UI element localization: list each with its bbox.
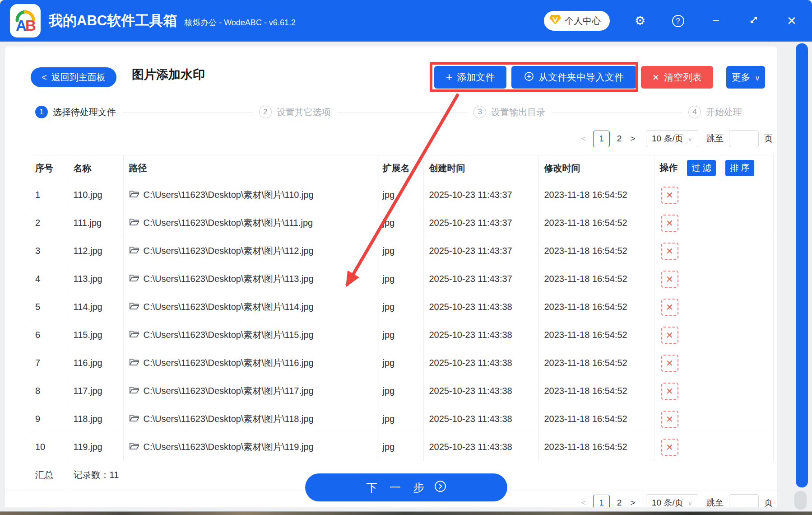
col-action: 操作 过滤 排序 [654, 155, 773, 181]
chevron-down-icon: ∨ [755, 74, 760, 82]
folder-icon [129, 274, 139, 285]
import-from-folder-button[interactable]: 从文件夹中导入文件 [511, 66, 636, 89]
col-modified: 修改时间 [538, 155, 654, 181]
page-2-button[interactable]: 2 [612, 495, 626, 508]
delete-row-button[interactable]: ✕ [661, 187, 678, 204]
folder-icon [129, 302, 139, 313]
table-row: 6 115.jpg C:\Users\11623\Desktop\素材\图片\1… [30, 321, 773, 349]
filter-button[interactable]: 过滤 [687, 160, 716, 176]
plus-icon: + [446, 70, 453, 84]
minimize-button[interactable]: − [708, 14, 724, 28]
step-connector [337, 112, 468, 112]
step-1-select-files: 1 选择待处理文件 [35, 106, 116, 118]
col-ext: 扩展名 [377, 155, 423, 181]
folder-icon [129, 442, 139, 453]
prev-page-button[interactable]: < [577, 134, 590, 144]
page-1-button[interactable]: 1 [593, 131, 610, 147]
folder-icon [129, 386, 139, 397]
user-center-label: 个人中心 [565, 15, 601, 27]
delete-row-button[interactable]: ✕ [661, 411, 678, 428]
folder-icon [129, 190, 139, 201]
add-files-button[interactable]: + 添加文件 [434, 66, 506, 89]
folder-icon [129, 358, 139, 369]
page-suffix-label: 页 [764, 133, 773, 145]
jump-to-label: 跳至 [706, 497, 724, 507]
step-3-output-dir: 3 设置输出目录 [473, 106, 545, 118]
step-4-start: 4 开始处理 [688, 106, 742, 118]
next-step-button[interactable]: 下 一 步 [305, 473, 507, 501]
circled-plus-icon [524, 71, 534, 84]
add-files-label: 添加文件 [457, 71, 495, 84]
delete-row-button[interactable]: ✕ [661, 243, 678, 260]
delete-row-button[interactable]: ✕ [661, 271, 678, 288]
pagination-bottom: < 1 2 > 10 条/页 ∨ 跳至 页 [577, 494, 773, 507]
import-label: 从文件夹中导入文件 [538, 71, 624, 84]
delete-row-button[interactable]: ✕ [661, 327, 678, 344]
prev-page-button[interactable]: < [577, 498, 590, 507]
table-row: 8 117.jpg C:\Users\11623\Desktop\素材\图片\1… [30, 377, 773, 405]
page-2-button[interactable]: 2 [612, 131, 626, 147]
close-button[interactable]: ✕ [784, 14, 799, 28]
page-size-select[interactable]: 10 条/页 ∨ [646, 130, 698, 147]
chevron-down-icon: ∨ [688, 500, 692, 507]
delete-row-button[interactable]: ✕ [661, 439, 678, 456]
step-connector [552, 112, 682, 112]
app-window: A B 我的ABC软件工具箱 核烁办公 - WodeABC - v6.61.2 … [0, 0, 812, 515]
page-suffix-label: 页 [764, 497, 773, 507]
app-title: 我的ABC软件工具箱 [49, 11, 177, 30]
title-bar: A B 我的ABC软件工具箱 核烁办公 - WodeABC - v6.61.2 … [0, 0, 812, 42]
table-row: 5 114.jpg C:\Users\11623\Desktop\素材\图片\1… [30, 293, 773, 321]
folder-icon [129, 414, 139, 425]
col-path: 路径 [123, 155, 377, 181]
settings-gear-icon[interactable]: ⚙ [632, 14, 648, 28]
vertical-scrollbar-thumb[interactable] [796, 43, 808, 487]
clear-label: 清空列表 [664, 71, 702, 84]
table-row: 7 116.jpg C:\Users\11623\Desktop\素材\图片\1… [30, 349, 773, 377]
delete-row-button[interactable]: ✕ [661, 215, 678, 232]
step-connector [122, 112, 253, 112]
back-to-main-button[interactable]: < 返回到主面板 [31, 67, 116, 87]
page-title: 图片添加水印 [132, 66, 205, 83]
jump-to-label: 跳至 [706, 133, 724, 145]
table-row: 9 118.jpg C:\Users\11623\Desktop\素材\图片\1… [30, 405, 773, 433]
chevron-down-icon: ∨ [688, 136, 692, 143]
delete-row-button[interactable]: ✕ [661, 383, 678, 400]
sort-button[interactable]: 排序 [725, 160, 754, 176]
table-row: 10 119.jpg C:\Users\11623\Desktop\素材\图片\… [30, 433, 773, 461]
summary-label: 汇总 [30, 461, 68, 489]
vip-gem-icon [549, 14, 561, 27]
more-button[interactable]: 更多 ∨ [726, 66, 765, 89]
chevron-left-icon: < [42, 72, 47, 83]
vertical-scrollbar-track-end [794, 491, 807, 510]
help-icon[interactable]: ? [670, 15, 686, 27]
folder-icon [129, 218, 139, 229]
delete-row-button[interactable]: ✕ [661, 355, 678, 372]
jump-to-page-input[interactable] [729, 130, 759, 147]
more-label: 更多 [732, 71, 751, 84]
app-subtitle: 核烁办公 - WodeABC - v6.61.2 [184, 17, 296, 28]
next-page-button[interactable]: > [626, 134, 640, 144]
circled-arrow-right-icon [434, 480, 446, 495]
user-center-button[interactable]: 个人中心 [544, 11, 610, 31]
col-created: 创建时间 [423, 155, 538, 181]
page-size-select[interactable]: 10 条/页 ∨ [646, 494, 698, 507]
pagination-top: < 1 2 > 10 条/页 ∨ 跳至 页 [577, 130, 773, 147]
step-wizard: 1 选择待处理文件 2 设置其它选项 3 设置输出目录 4 开始处理 [35, 106, 742, 118]
folder-icon [129, 330, 139, 341]
table-row: 2 111.jpg C:\Users\11623\Desktop\素材\图片\1… [30, 209, 773, 237]
clear-list-button[interactable]: ✕ 清空列表 [641, 66, 713, 89]
app-logo-icon: A B [10, 4, 41, 37]
table-header-row: 序号 名称 路径 扩展名 创建时间 修改时间 操作 过滤 排序 [30, 155, 773, 181]
jump-to-page-input[interactable] [729, 494, 759, 507]
col-index: 序号 [30, 155, 68, 181]
table-row: 3 112.jpg C:\Users\11623\Desktop\素材\图片\1… [30, 237, 773, 265]
clear-x-icon: ✕ [652, 72, 659, 83]
delete-row-button[interactable]: ✕ [661, 299, 678, 316]
back-label: 返回到主面板 [51, 71, 106, 84]
page-1-button[interactable]: 1 [593, 495, 610, 508]
table-row: 1 110.jpg C:\Users\11623\Desktop\素材\图片\1… [30, 181, 773, 209]
maximize-button[interactable] [746, 14, 761, 28]
table-row: 4 113.jpg C:\Users\11623\Desktop\素材\图片\1… [30, 265, 773, 293]
next-page-button[interactable]: > [626, 498, 640, 507]
folder-icon [129, 246, 139, 257]
